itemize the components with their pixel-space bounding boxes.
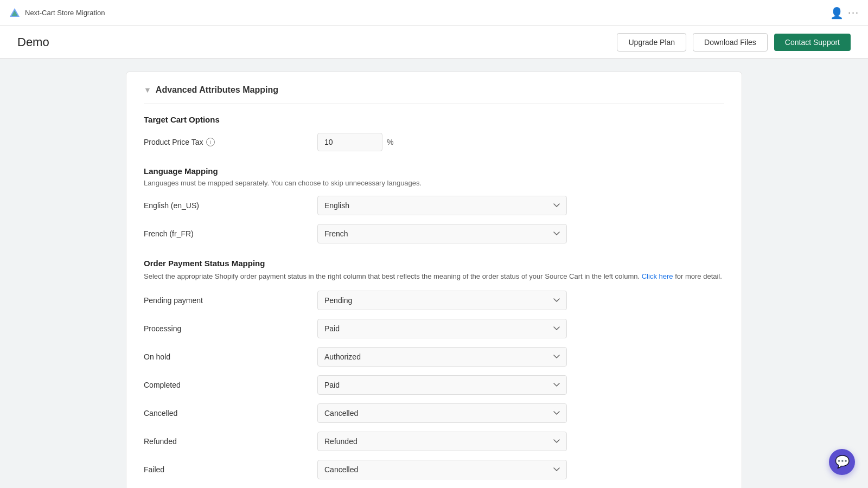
click-here-link[interactable]: Click here <box>642 272 673 280</box>
main-content: ▼ Advanced Attributes Mapping Target Car… <box>108 59 760 488</box>
order-control-refunded: Pending Paid Authorized Cancelled Refund… <box>317 432 724 451</box>
order-control-failed: Pending Paid Authorized Cancelled Refund… <box>317 460 724 479</box>
language-control-french: English French Skip <box>317 224 724 243</box>
order-control-on-hold: Pending Paid Authorized Cancelled Refund… <box>317 347 724 367</box>
topbar: Next-Cart Store Migration 👤 ··· <box>0 0 868 26</box>
language-label-english: English (en_US) <box>144 201 317 210</box>
order-row-failed: Failed Pending Paid Authorized Cancelled… <box>144 460 724 479</box>
upgrade-plan-button[interactable]: Upgrade Plan <box>617 33 686 52</box>
order-select-refunded[interactable]: Pending Paid Authorized Cancelled Refund… <box>317 432 567 451</box>
app-title: Next-Cart Store Migration <box>25 9 105 17</box>
order-row-processing: Processing Pending Paid Authorized Cance… <box>144 319 724 338</box>
order-label-on-hold: On hold <box>144 352 317 361</box>
order-select-on-hold[interactable]: Pending Paid Authorized Cancelled Refund… <box>317 347 567 367</box>
order-control-pending-payment: Pending Paid Authorized Cancelled Refund… <box>317 291 724 310</box>
product-price-tax-input[interactable] <box>317 133 382 151</box>
language-select-english[interactable]: English French Skip <box>317 196 567 215</box>
order-select-failed[interactable]: Pending Paid Authorized Cancelled Refund… <box>317 460 567 479</box>
card-header-title: Advanced Attributes Mapping <box>156 85 278 95</box>
percent-label: % <box>387 138 393 146</box>
order-control-cancelled: Pending Paid Authorized Cancelled Refund… <box>317 403 724 423</box>
language-row-english: English (en_US) English French Skip <box>144 196 724 215</box>
order-label-pending-payment: Pending payment <box>144 296 317 305</box>
language-mapping-title: Language Mapping <box>144 166 724 176</box>
order-select-processing[interactable]: Pending Paid Authorized Cancelled Refund… <box>317 319 567 338</box>
order-control-completed: Pending Paid Authorized Cancelled Refund… <box>317 375 724 395</box>
order-row-completed: Completed Pending Paid Authorized Cancel… <box>144 375 724 395</box>
product-price-tax-info-icon[interactable]: i <box>206 138 215 146</box>
order-control-processing: Pending Paid Authorized Cancelled Refund… <box>317 319 724 338</box>
product-price-tax-row: Product Price Tax i % <box>144 133 724 151</box>
order-row-refunded: Refunded Pending Paid Authorized Cancell… <box>144 432 724 451</box>
contact-support-button[interactable]: Contact Support <box>774 34 851 51</box>
user-icon[interactable]: 👤 <box>830 7 844 20</box>
header-bar: Demo Upgrade Plan Download Files Contact… <box>0 26 868 59</box>
order-select-cancelled[interactable]: Pending Paid Authorized Cancelled Refund… <box>317 403 567 423</box>
card-header: ▼ Advanced Attributes Mapping <box>144 85 724 104</box>
app-logo-icon <box>9 7 21 19</box>
advanced-attributes-card: ▼ Advanced Attributes Mapping Target Car… <box>126 72 742 488</box>
topbar-right: 👤 ··· <box>830 7 859 20</box>
order-select-completed[interactable]: Pending Paid Authorized Cancelled Refund… <box>317 375 567 395</box>
order-label-completed: Completed <box>144 381 317 389</box>
product-price-tax-label: Product Price Tax i <box>144 138 317 146</box>
order-payment-section: Order Payment Status Mapping Select the … <box>144 259 724 479</box>
download-files-button[interactable]: Download Files <box>693 33 768 52</box>
target-cart-section: Target Cart Options Product Price Tax i … <box>144 115 724 151</box>
language-label-french: French (fr_FR) <box>144 229 317 238</box>
order-row-pending-payment: Pending payment Pending Paid Authorized … <box>144 291 724 310</box>
language-mapping-section: Language Mapping Languages must be mappe… <box>144 166 724 243</box>
order-select-pending-payment[interactable]: Pending Paid Authorized Cancelled Refund… <box>317 291 567 310</box>
collapse-icon[interactable]: ▼ <box>144 86 151 94</box>
order-row-cancelled: Cancelled Pending Paid Authorized Cancel… <box>144 403 724 423</box>
order-label-cancelled: Cancelled <box>144 409 317 418</box>
order-payment-subtitle: Select the appropriate Shopify order pay… <box>144 271 724 282</box>
more-options-icon[interactable]: ··· <box>848 7 859 18</box>
language-control-english: English French Skip <box>317 196 724 215</box>
language-mapping-subtitle: Languages must be mapped separately. You… <box>144 179 724 187</box>
order-payment-title: Order Payment Status Mapping <box>144 259 724 268</box>
chat-button[interactable]: 💬 <box>829 449 855 475</box>
topbar-left: Next-Cart Store Migration <box>9 7 105 19</box>
order-label-processing: Processing <box>144 324 317 333</box>
header-actions: Upgrade Plan Download Files Contact Supp… <box>617 33 851 52</box>
language-select-french[interactable]: English French Skip <box>317 224 567 243</box>
language-row-french: French (fr_FR) English French Skip <box>144 224 724 243</box>
order-row-on-hold: On hold Pending Paid Authorized Cancelle… <box>144 347 724 367</box>
target-cart-title: Target Cart Options <box>144 115 724 124</box>
page-title: Demo <box>17 35 49 49</box>
chat-icon: 💬 <box>835 455 850 469</box>
order-label-refunded: Refunded <box>144 437 317 446</box>
product-price-tax-control: % <box>317 133 724 151</box>
order-label-failed: Failed <box>144 465 317 474</box>
